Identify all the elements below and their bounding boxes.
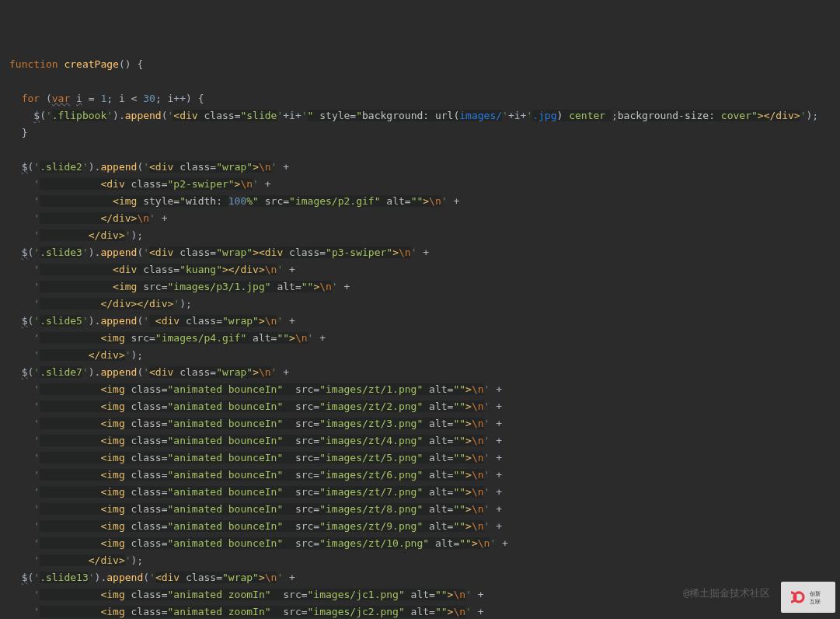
method-append: append — [125, 110, 162, 121]
selector-flipbook: .flipbook — [52, 110, 106, 121]
number-30: 30 — [143, 93, 155, 104]
method-append-13: append — [106, 572, 143, 583]
ext-jpg: .jpg — [532, 110, 556, 121]
method-append-7: append — [100, 366, 137, 378]
selector-slide7: .slide7 — [40, 366, 82, 378]
method-append-2: append — [100, 161, 137, 173]
brand-logo: 创新 互联 — [781, 582, 835, 613]
keyword-for: for — [22, 93, 40, 104]
selector-slide5: .slide5 — [40, 315, 82, 327]
selector-slide2: .slide2 — [40, 161, 82, 173]
selector-slide3: .slide3 — [40, 247, 82, 258]
svg-text:互联: 互联 — [810, 599, 821, 604]
keyword-var: var — [52, 93, 70, 104]
watermark-text: @稀土掘金技术社区 — [683, 585, 770, 602]
svg-text:创新: 创新 — [810, 591, 821, 596]
function-name: creatPage — [64, 58, 118, 70]
url-images: images/ — [459, 110, 502, 121]
jquery-call: $ — [33, 110, 40, 121]
keyword-function: function — [9, 58, 58, 70]
logo-icon: 创新 互联 — [791, 588, 825, 607]
method-append-5: append — [100, 315, 137, 327]
selector-slide13: .slide13 — [40, 572, 89, 583]
code-editor: function creatPage() { for (var i = 1; i… — [9, 56, 840, 619]
method-append-3: append — [100, 247, 137, 258]
